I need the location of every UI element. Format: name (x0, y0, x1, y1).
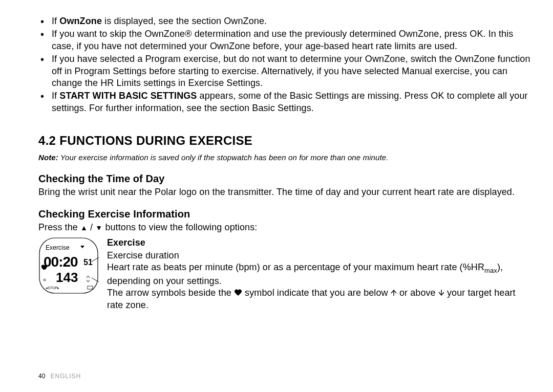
text: symbol indicate that you are below (242, 288, 391, 298)
footer-language: ENGLISH (51, 373, 81, 380)
arrow-up-outline-icon (391, 288, 397, 299)
bullet-program-exercise: If you have selected a Program exercise,… (38, 53, 533, 89)
text: Heart rate as beats per minute (bpm) or … (107, 262, 484, 272)
watch-seconds: 51 (83, 258, 93, 267)
text-bold: OwnZone (59, 16, 102, 26)
page-footer: 40ENGLISH (38, 373, 81, 381)
page-number: 40 (38, 373, 46, 380)
watch-hr: 143 (56, 270, 78, 285)
note-text: Your exercise information is saved only … (58, 153, 389, 162)
up-triangle-icon: ▲ (80, 224, 88, 231)
exercise-title: Exercise (107, 237, 533, 249)
bullet-start-basic-settings: If START WITH BASIC SETTINGS appears, so… (38, 90, 533, 114)
exercise-description: Exercise Exercise duration Heart rate as… (107, 237, 533, 312)
text: is displayed, see the section OwnZone. (102, 16, 267, 26)
text: Press the (38, 222, 80, 232)
note: Note: Your exercise information is saved… (38, 153, 533, 163)
text: The arrow symbols beside the (107, 288, 234, 298)
arrow-down-outline-icon (438, 288, 444, 299)
subscript: max (484, 267, 497, 274)
paragraph-press-buttons: Press the ▲ / ▼ buttons to view the foll… (38, 222, 533, 233)
text: or above (397, 288, 438, 298)
paragraph-time-of-day: Bring the wrist unit near the Polar logo… (38, 186, 533, 198)
watch-time: 00:20 (44, 254, 78, 270)
text: If (52, 16, 59, 26)
text-bold: START WITH BASIC SETTINGS (59, 91, 197, 101)
subheading-exercise-info: Checking Exercise Information (38, 207, 533, 221)
exercise-line-arrows: The arrow symbols beside the symbol indi… (107, 287, 533, 311)
exercise-line-hr: Heart rate as beats per minute (bpm) or … (107, 262, 533, 287)
bullet-ownzone-displayed: If OwnZone is displayed, see the section… (38, 15, 533, 27)
watch-illustration: Exercise 00:20 51 143 ◂STOP▸ (38, 237, 99, 297)
section-heading: 4.2 FUNCTIONS DURING EXERCISE (38, 133, 533, 148)
heart-icon (234, 288, 242, 299)
text: If (52, 91, 59, 101)
text: buttons to view the following options: (102, 222, 257, 232)
watch-stop-label: ◂STOP▸ (46, 286, 60, 290)
note-label: Note: (38, 153, 58, 162)
intro-bullet-list: If OwnZone is displayed, see the section… (38, 15, 533, 114)
down-triangle-icon: ▼ (95, 224, 102, 231)
bullet-skip-ownzone: If you want to skip the OwnZone® determi… (38, 28, 533, 52)
watch-label: Exercise (46, 244, 70, 251)
subheading-time-of-day: Checking the Time of Day (38, 172, 533, 185)
exercise-line-duration: Exercise duration (107, 250, 533, 262)
exercise-option-row: Exercise 00:20 51 143 ◂STOP▸ Ex (38, 237, 533, 312)
